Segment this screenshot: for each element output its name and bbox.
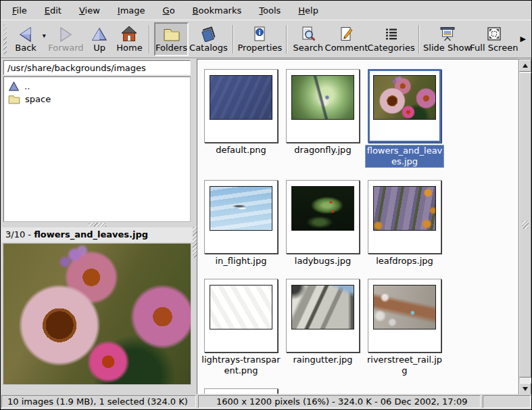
thumbnail-filename: flowers_and_leaves.jpg [365, 145, 444, 168]
thumbnail-leafdrops-jpg[interactable]: leafdrops.jpg [368, 180, 441, 267]
slide-show-button[interactable]: Slide Show [424, 22, 470, 56]
image-preview [3, 244, 191, 384]
menu-file[interactable]: File [6, 3, 33, 18]
scrollbar-thumb-grip [522, 221, 529, 229]
forward-arrow-icon [57, 25, 74, 43]
thumbnail-pane: default.png dragonfly.jpg flowers_and_le… [197, 59, 518, 394]
menu-edit[interactable]: Edit [39, 3, 68, 18]
thumbnail-image [210, 186, 272, 231]
back-button-label: Back [15, 43, 37, 53]
comment-button[interactable]: Comment [325, 22, 368, 56]
scrollbar-thumb[interactable] [519, 72, 531, 378]
image-preview-frame [3, 243, 191, 385]
thumbnail-image [291, 285, 354, 329]
status-spare-section [483, 395, 531, 408]
up-arrow-icon [91, 25, 107, 43]
folder-list: .. space [3, 76, 191, 222]
thumbnail-image [373, 186, 436, 231]
thumbnail-image [291, 75, 354, 120]
full-screen-button[interactable]: Full Screen [470, 22, 517, 56]
folder-item-space[interactable]: space [5, 93, 189, 106]
catalogs-button-label: Catalogs [189, 43, 228, 53]
folder-item-parent[interactable]: .. [5, 80, 189, 93]
folders-button-label: Folders [155, 43, 187, 53]
horizontal-pane-splitter[interactable] [1, 222, 193, 227]
folder-item-label: space [25, 94, 51, 104]
up-button-label: Up [93, 43, 105, 53]
back-arrow-icon [18, 25, 34, 43]
book-icon [200, 25, 216, 43]
thumbnail-raingutter-jpg[interactable]: raingutter.jpg [286, 279, 360, 365]
home-icon [121, 25, 137, 43]
vertical-scrollbar[interactable] [518, 59, 532, 396]
menu-tools[interactable]: Tools [253, 3, 287, 18]
thumbnail-partially-visible[interactable] [204, 388, 278, 394]
info-document-icon [251, 25, 268, 43]
catalogs-button[interactable]: Catalogs [189, 22, 228, 56]
toolbar-overflow-arrow-icon[interactable]: ▶ [518, 33, 529, 45]
toolbar-separator [233, 25, 234, 53]
thumbnail-card [204, 279, 278, 352]
forward-button[interactable]: Forward [47, 22, 84, 56]
thumbnail-dragonfly-jpg[interactable]: dragonfly.jpg [286, 69, 360, 156]
thumbnail-card [286, 279, 360, 352]
toolbar-drag-handle[interactable] [3, 24, 7, 54]
back-button[interactable]: Back [9, 22, 42, 56]
thumbnail-filename: ladybugs.jpg [283, 256, 362, 267]
fullscreen-icon [486, 25, 502, 43]
search-document-icon [300, 25, 316, 43]
thumbnail-filename: dragonfly.jpg [283, 145, 362, 156]
up-button[interactable]: Up [84, 22, 114, 56]
projection-screen-icon [439, 25, 456, 43]
category-list-icon [383, 25, 400, 43]
menu-bookmarks[interactable]: Bookmarks [187, 3, 248, 18]
toolbar: Back ▾ Forward Up Home [1, 20, 531, 58]
thumbnail-riverstreet-rail-jpg[interactable]: riverstreet_rail.jpg [368, 279, 441, 376]
comment-document-icon [338, 25, 354, 43]
menu-view[interactable]: View [73, 3, 106, 18]
folders-button[interactable]: Folders [154, 22, 189, 56]
thumbnail-lightrays-transparent-png[interactable]: lightrays-transparent.png [204, 279, 278, 376]
thumbnail-default-png[interactable]: default.png [204, 69, 278, 156]
search-button[interactable]: Search [291, 22, 325, 56]
splitter-grip [89, 223, 106, 227]
status-bar: 10 images (1.9 MB), 1 selected (324.0 K)… [1, 394, 531, 409]
preview-position: 3/10 - [5, 229, 34, 240]
main-area: .. space 3/10 - flowers_and_leaves.jpg d… [1, 59, 531, 394]
thumbnail-grid: default.png dragonfly.jpg flowers_and_le… [197, 60, 518, 394]
menu-bar: File Edit View Image Go Bookmarks Tools … [1, 1, 531, 20]
thumbnail-filename: in_flight.jpg [201, 256, 281, 267]
thumbnail-image [291, 186, 354, 231]
categories-button-label: Categories [368, 43, 415, 53]
back-history-dropdown-icon[interactable]: ▾ [43, 32, 46, 39]
menu-help[interactable]: Help [292, 3, 324, 18]
forward-button-label: Forward [48, 43, 83, 53]
thumbnail-filename: riverstreet_rail.jpg [365, 355, 444, 376]
properties-button[interactable]: Properties [238, 22, 282, 56]
toolbar-separator [418, 25, 420, 53]
folder-icon [8, 94, 20, 104]
back-button-cluster: Back ▾ [9, 22, 47, 56]
home-button-label: Home [116, 43, 142, 53]
comment-button-label: Comment [325, 43, 368, 53]
status-image-count: 10 images (1.9 MB), 1 selected (324.0 K) [1, 395, 196, 408]
toolbar-separator [149, 25, 150, 53]
thumbnail-image [373, 285, 436, 329]
home-button[interactable]: Home [114, 22, 145, 56]
scrollbar-up-button[interactable] [519, 60, 531, 72]
location-path-input[interactable] [3, 60, 191, 75]
thumbnail-card [368, 180, 441, 254]
thumbnail-ladybugs-jpg[interactable]: ladybugs.jpg [286, 180, 360, 267]
folder-icon [163, 25, 180, 43]
thumbnail-in-flight-jpg[interactable]: in_flight.jpg [204, 180, 278, 267]
scrollbar-down-button[interactable] [519, 383, 531, 395]
menu-go[interactable]: Go [157, 3, 181, 18]
preview-status-line: 3/10 - flowers_and_leaves.jpg [1, 227, 193, 242]
thumbnail-filename: raingutter.jpg [283, 355, 362, 365]
thumbnail-card [204, 180, 278, 254]
thumbnail-card [368, 69, 441, 143]
menu-image[interactable]: Image [112, 3, 151, 18]
categories-button[interactable]: Categories [368, 22, 414, 56]
thumbnail-flowers-and-leaves-jpg[interactable]: flowers_and_leaves.jpg [368, 69, 441, 168]
toolbar-separator [286, 25, 287, 53]
